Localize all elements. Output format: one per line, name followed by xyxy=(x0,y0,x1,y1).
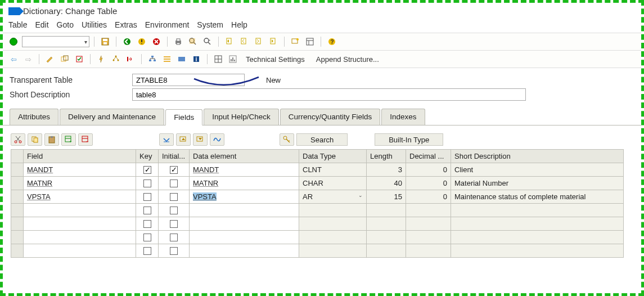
graphic-button[interactable] xyxy=(227,53,239,65)
tab-input-help[interactable]: Input Help/Check xyxy=(204,109,279,125)
col-decimal[interactable]: Decimal ... xyxy=(406,150,451,163)
tab-attributes[interactable]: Attributes xyxy=(10,109,58,125)
predefined-type-button[interactable] xyxy=(210,133,224,146)
row-selector[interactable] xyxy=(11,217,24,231)
table-row[interactable]: MATNRMATNRCHAR400Material Number xyxy=(11,177,624,190)
row-selector[interactable] xyxy=(11,204,24,217)
menu-edit[interactable]: Edit xyxy=(35,20,48,29)
copy-button[interactable] xyxy=(28,133,42,146)
tab-delivery[interactable]: Delivery and Maintenance xyxy=(60,109,164,125)
row-selector[interactable] xyxy=(11,163,24,177)
tab-indexes[interactable]: Indexes xyxy=(381,109,425,125)
field-name-cell[interactable]: MATNR xyxy=(24,177,136,190)
data-type-cell[interactable] xyxy=(299,231,367,244)
collapse-insert-button[interactable] xyxy=(176,133,191,146)
command-field[interactable] xyxy=(22,36,89,47)
initial-checkbox[interactable] xyxy=(159,177,190,190)
hierarchy-button[interactable] xyxy=(146,53,159,65)
data-element-cell[interactable]: VPSTA xyxy=(190,190,299,204)
field-name-cell[interactable]: MANDT xyxy=(24,163,136,177)
menu-system[interactable]: System xyxy=(197,20,223,29)
select-all-header[interactable] xyxy=(11,150,24,163)
short-desc-input[interactable] xyxy=(132,88,526,101)
table-row-empty[interactable] xyxy=(11,244,624,258)
row-selector[interactable] xyxy=(11,190,24,204)
first-page-button[interactable] xyxy=(223,35,236,48)
contents-button[interactable] xyxy=(212,53,224,65)
initial-checkbox[interactable] xyxy=(159,231,190,244)
builtin-type-button[interactable]: Built-In Type xyxy=(375,133,443,146)
menu-extras[interactable]: Extras xyxy=(115,20,137,29)
table-name-input[interactable] xyxy=(132,74,245,86)
field-name-cell[interactable] xyxy=(24,231,136,244)
table-row[interactable]: MANDTMANDTCLNT30Client xyxy=(11,163,624,177)
table-row-empty[interactable] xyxy=(11,231,624,244)
prev-page-button[interactable] xyxy=(238,35,250,48)
nav-back-button[interactable]: ⇦ xyxy=(7,53,20,65)
key-checkbox[interactable] xyxy=(136,231,159,244)
data-type-cell[interactable]: ⌄ AR xyxy=(299,190,367,204)
cut-button[interactable] xyxy=(11,133,25,146)
print-button[interactable] xyxy=(172,35,184,48)
other-object-button[interactable] xyxy=(58,53,71,65)
tab-fields[interactable]: Fields xyxy=(165,109,202,125)
technical-settings-button[interactable]: Technical Settings xyxy=(241,54,309,65)
row-selector[interactable] xyxy=(11,231,24,244)
append-structure-button[interactable]: Append Structure... xyxy=(312,54,384,65)
col-data-element[interactable]: Data element xyxy=(190,150,299,163)
table-row-empty[interactable] xyxy=(11,217,624,231)
new-session-button[interactable] xyxy=(289,35,301,48)
exit-button[interactable] xyxy=(136,35,148,48)
append-button[interactable] xyxy=(161,53,173,65)
help-button[interactable]: ? xyxy=(326,35,338,48)
initial-checkbox[interactable] xyxy=(159,163,190,177)
tab-currency[interactable]: Currency/Quantity Fields xyxy=(280,109,381,125)
row-selector[interactable] xyxy=(11,177,24,190)
key-checkbox[interactable] xyxy=(136,204,159,217)
menu-help[interactable]: Help xyxy=(231,20,247,29)
data-type-cell[interactable] xyxy=(299,204,367,217)
field-name-cell[interactable] xyxy=(24,204,136,217)
col-initial[interactable]: Initial... xyxy=(159,150,190,163)
back-button[interactable] xyxy=(121,35,133,48)
field-name-cell[interactable] xyxy=(24,217,136,231)
last-page-button[interactable] xyxy=(267,35,280,48)
table-row-empty[interactable] xyxy=(11,204,624,217)
include-button[interactable] xyxy=(175,53,188,65)
data-type-cell[interactable] xyxy=(299,244,367,258)
key-checkbox[interactable] xyxy=(136,177,159,190)
menu-table[interactable]: Table xyxy=(8,20,27,29)
key-checkbox[interactable] xyxy=(136,190,159,204)
nav-forward-button[interactable]: ⇨ xyxy=(22,53,34,65)
data-type-cell[interactable]: CLNT xyxy=(299,163,367,177)
field-name-cell[interactable]: VPSTA xyxy=(24,190,136,204)
display-object-list-button[interactable] xyxy=(124,53,137,65)
chevron-down-icon[interactable]: ⌄ xyxy=(358,192,363,198)
find-next-button[interactable]: + xyxy=(201,35,214,48)
data-type-cell[interactable]: CHAR xyxy=(299,177,367,190)
col-short-desc[interactable]: Short Description xyxy=(451,150,624,163)
insert-row-button[interactable]: + xyxy=(61,133,76,146)
layout-button[interactable] xyxy=(304,35,316,48)
activate-button[interactable] xyxy=(95,53,107,65)
col-field[interactable]: Field xyxy=(24,150,136,163)
key-checkbox[interactable] xyxy=(136,163,159,177)
paste-button[interactable] xyxy=(44,133,59,146)
menu-goto[interactable]: Goto xyxy=(57,20,74,29)
initial-checkbox[interactable] xyxy=(159,244,190,258)
next-page-button[interactable] xyxy=(253,35,265,48)
data-type-cell[interactable] xyxy=(299,217,367,231)
cancel-button[interactable] xyxy=(150,35,163,48)
key-checkbox[interactable] xyxy=(136,244,159,258)
col-key[interactable]: Key xyxy=(136,150,159,163)
expand-all-button[interactable] xyxy=(159,133,174,146)
where-used-button[interactable] xyxy=(110,53,122,65)
enter-button[interactable] xyxy=(7,35,20,48)
data-element-cell[interactable] xyxy=(190,231,299,244)
initial-checkbox[interactable] xyxy=(159,204,190,217)
find-button[interactable] xyxy=(187,35,199,48)
data-element-cell[interactable]: MANDT xyxy=(190,163,299,177)
data-element-cell[interactable] xyxy=(190,244,299,258)
row-selector[interactable] xyxy=(11,244,24,258)
col-data-type[interactable]: Data Type xyxy=(299,150,367,163)
